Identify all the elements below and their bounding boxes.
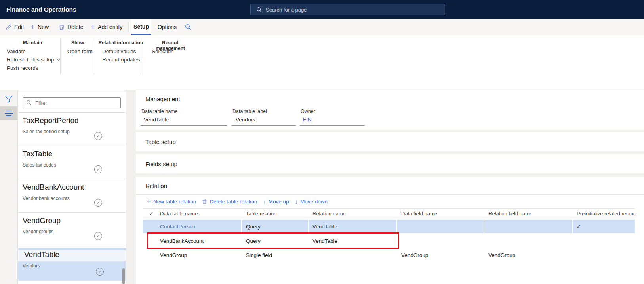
table-setup-title: Table setup (145, 138, 176, 145)
table-row-vendbankaccount[interactable]: VendBankAccount Query VendTable (143, 234, 635, 248)
command-search-button[interactable] (185, 24, 191, 32)
relation-toolbar: + New table relation Delete table relati… (147, 196, 328, 207)
list-scrollbar-thumb[interactable] (122, 268, 125, 284)
delete-button[interactable]: Delete (59, 19, 83, 35)
check-circle-icon: ✓ (94, 199, 102, 207)
refresh-fields-setup-button[interactable]: Refresh fields setup (7, 56, 61, 64)
plus-icon: + (91, 24, 95, 30)
tab-options[interactable]: Options (155, 19, 179, 35)
list-item-vendtable-selected[interactable]: VendTable Vendors ✓ (18, 246, 126, 280)
left-icon-strip (0, 90, 18, 284)
cell-relation-field-name[interactable] (484, 220, 573, 233)
list-item-taxreportperiod[interactable]: TaxReportPeriod Sales tax period setup ✓ (18, 112, 126, 146)
col-data-table-name[interactable]: Data table name (160, 211, 242, 217)
owner-value-link[interactable]: FIN (303, 117, 312, 123)
grid-header-row: ✓ Data table name Table relation Relatio… (143, 208, 635, 219)
col-relation-field-name[interactable]: Relation field name (484, 211, 573, 217)
edit-label: Edit (14, 24, 24, 30)
new-table-relation-button[interactable]: + New table relation (147, 198, 196, 205)
tab-options-label: Options (158, 24, 177, 30)
open-form-button[interactable]: Open form (67, 47, 93, 56)
cell-relation-name[interactable]: VendTable (309, 238, 397, 244)
cell-table-relation[interactable]: Query (242, 238, 309, 244)
col-data-field-name[interactable]: Data field name (397, 211, 484, 217)
entity-detail-panel: Management Data table name VendTable Dat… (136, 90, 644, 284)
delete-table-relation-button[interactable]: Delete table relation (202, 199, 257, 205)
relation-section-title[interactable]: Relation (145, 182, 167, 189)
list-item-vendgroup[interactable]: VendGroup Vendor groups ✓ (18, 212, 126, 246)
table-setup-section-header[interactable]: Table setup (136, 132, 644, 151)
row-select-cell[interactable] (143, 220, 160, 233)
plus-icon: + (147, 198, 151, 205)
edit-button[interactable]: Edit (6, 19, 24, 35)
entity-list-panel: TaxReportPeriod Sales tax period setup ✓… (18, 90, 126, 284)
entity-description: Sales tax codes (23, 162, 56, 168)
ribbon-group-show: Show (63, 40, 92, 46)
col-preinitialize-related-record[interactable]: Preinitialize related record (573, 211, 635, 217)
funnel-icon (4, 95, 13, 104)
data-table-name-value[interactable]: VendTable (144, 117, 169, 123)
data-table-label-value[interactable]: Vendors (236, 117, 255, 123)
table-row-vendgroup[interactable]: VendGroup Single field VendGroup VendGro… (143, 248, 635, 262)
list-lines-icon (5, 111, 13, 116)
cell-data-table-name[interactable]: ContactPerson (160, 220, 242, 233)
fields-setup-title: Fields setup (145, 161, 177, 167)
entity-name: VendBankAccount (23, 183, 84, 192)
search-icon (256, 7, 262, 13)
new-button[interactable]: + New (30, 19, 49, 35)
col-table-relation[interactable]: Table relation (242, 211, 309, 217)
check-circle-icon: ✓ (94, 132, 102, 140)
cell-relation-field-name[interactable]: VendGroup (484, 252, 573, 258)
pencil-icon (6, 24, 11, 30)
select-all-check-icon[interactable]: ✓ (143, 211, 160, 217)
trash-icon (202, 199, 207, 204)
cell-table-relation[interactable]: Single field (242, 252, 309, 258)
entity-description: Vendors (23, 263, 40, 269)
ribbon-divider (60, 38, 61, 74)
check-circle-icon: ✓ (94, 165, 102, 173)
cell-data-table-name[interactable]: VendBankAccount (160, 238, 242, 244)
record-updates-button[interactable]: Record updates (102, 56, 140, 64)
cell-data-field-name[interactable]: VendGroup (397, 252, 484, 258)
page-content: TaxReportPeriod Sales tax period setup ✓… (0, 90, 644, 284)
move-down-button[interactable]: ↓ Move down (295, 198, 328, 205)
default-values-button[interactable]: Default values (102, 47, 136, 56)
plus-icon: + (30, 24, 35, 30)
list-item-vendbankaccount[interactable]: VendBankAccount Vendor bank accounts ✓ (18, 179, 126, 212)
filter-pane-button[interactable] (4, 95, 13, 105)
table-row-contactperson[interactable]: ContactPerson Query VendTable ✓ (143, 220, 635, 233)
check-circle-icon: ✓ (94, 232, 102, 240)
ribbon-divider (94, 38, 94, 74)
delete-label: Delete (67, 24, 83, 30)
entity-list-pane-button[interactable] (0, 106, 17, 120)
entity-name: VendTable (24, 250, 59, 259)
tab-setup[interactable]: Setup (131, 19, 151, 35)
fields-setup-section-header[interactable]: Fields setup (136, 154, 644, 173)
validate-button[interactable]: Validate (7, 47, 26, 56)
entity-name: TaxReportPeriod (23, 116, 79, 125)
cell-data-field-name[interactable] (397, 220, 484, 233)
push-records-button[interactable]: Push records (7, 64, 38, 72)
search-icon (26, 100, 32, 106)
cell-table-relation[interactable]: Query (242, 220, 309, 233)
cell-relation-name[interactable]: VendTable (309, 220, 397, 233)
move-up-button[interactable]: ↑ Move up (263, 198, 289, 205)
arrow-up-icon: ↑ (263, 198, 266, 205)
trash-icon (59, 24, 65, 30)
entity-filter-input[interactable] (34, 100, 110, 106)
owner-label: Owner (301, 109, 315, 114)
entity-name: TaxTable (23, 150, 52, 158)
add-entity-button[interactable]: + Add entity (91, 19, 122, 35)
arrow-down-icon: ↓ (295, 198, 298, 205)
field-underline (141, 125, 227, 126)
data-table-label-label: Data table label (232, 109, 267, 114)
entity-filter-box[interactable] (23, 97, 121, 108)
page-search-box[interactable]: Search for a page (250, 4, 445, 15)
cell-data-table-name[interactable]: VendGroup (160, 252, 242, 258)
list-item-taxtable[interactable]: TaxTable Sales tax codes ✓ (18, 146, 126, 179)
selection-button[interactable]: Selection (152, 47, 174, 56)
action-pane-flyout: Maintain Validate Refresh fields setup P… (0, 35, 644, 90)
entity-description: Vendor bank accounts (23, 196, 70, 201)
col-relation-name[interactable]: Relation name (309, 211, 397, 217)
relation-section: Relation + New table relation Delete tab… (136, 177, 644, 284)
